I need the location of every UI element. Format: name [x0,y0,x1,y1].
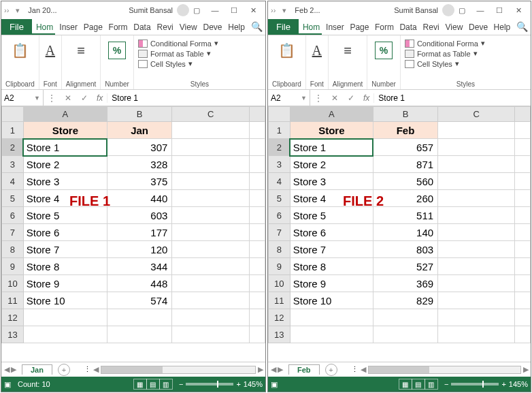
row-header[interactable]: 12 [269,309,290,326]
group-alignment[interactable]: ≡Alignment [329,35,367,89]
col-header-b[interactable]: B [107,107,172,122]
scroll-right-icon[interactable]: ▶ [256,365,265,374]
sheet-nav-prev-icon[interactable]: ◀ [271,365,276,374]
view-pagebreak-icon[interactable]: ▥ [159,379,173,390]
zoom-level[interactable]: 145% [509,380,528,388]
scroll-right-icon[interactable]: ▶ [521,365,531,374]
worksheet[interactable]: A B C 1StoreJan 2Store 1307 3Store 2328 … [1,106,265,362]
group-clipboard[interactable]: 📋Clipboard [268,35,306,89]
formula-input[interactable]: Store 1 [373,93,531,103]
group-clipboard[interactable]: 📋 Clipboard [1,35,39,89]
row-header[interactable]: 13 [2,326,24,343]
ribbon-display-icon[interactable]: ▢ [459,6,465,15]
tell-me-icon[interactable]: 🔍 [247,18,265,35]
tab-view[interactable]: View [176,20,199,35]
row-header[interactable]: 5 [269,190,290,207]
scroll-left-icon[interactable]: ◀ [91,365,101,374]
qat-more-icon[interactable]: ›› [271,6,276,14]
tab-formulas[interactable]: Form [105,20,130,35]
alignment-icon[interactable]: ≡ [77,38,85,63]
cell-styles[interactable]: Cell Styles▾ [405,59,459,69]
row-header[interactable]: 5 [2,190,24,207]
row-header[interactable]: 4 [269,173,290,190]
tab-page[interactable]: Page [80,20,105,35]
col-header-c[interactable]: C [438,107,515,122]
select-all[interactable] [269,107,290,122]
tab-insert[interactable]: Inser [322,20,346,35]
maximize-button[interactable]: ☐ [490,3,509,17]
format-as-table[interactable]: Format as Table▾ [138,48,211,59]
tab-help[interactable]: Help [224,20,247,35]
row-header[interactable]: 7 [269,224,290,241]
tab-developer[interactable]: Deve [199,20,225,35]
row-header[interactable]: 6 [2,207,24,224]
row-header[interactable]: 8 [269,241,290,258]
row-header[interactable]: 4 [2,173,24,190]
row-header[interactable]: 11 [269,292,290,309]
record-macro-icon[interactable]: ▣ [4,380,11,389]
sheet-tab[interactable]: Feb [288,364,320,375]
group-alignment[interactable]: ≡ Alignment [62,35,101,89]
zoom-out-icon[interactable]: − [444,380,448,388]
tab-formulas[interactable]: Form [371,20,395,35]
sheet-tab[interactable]: Jan [22,364,52,375]
fx-icon[interactable]: fx [359,93,373,103]
tab-file[interactable]: File [268,19,299,35]
tab-home[interactable]: Hom [32,20,55,35]
col-header-d[interactable] [515,107,531,122]
close-button[interactable]: ✕ [509,3,528,17]
minimize-button[interactable]: — [471,3,490,17]
enter-icon[interactable]: ✓ [76,93,93,103]
scroll-thumb[interactable] [101,366,163,373]
view-pagebreak-icon[interactable]: ▥ [425,379,438,390]
tab-insert[interactable]: Inser [55,20,80,35]
view-normal-icon[interactable]: ▦ [133,379,147,390]
conditional-formatting[interactable]: Conditional Forma▾ [405,38,485,48]
new-sheet-button[interactable]: + [325,364,337,376]
group-font[interactable]: A Font [39,35,62,89]
row-header[interactable]: 12 [2,309,24,326]
cell-styles[interactable]: Cell Styles▾ [138,59,193,69]
col-header-a[interactable]: A [23,107,107,122]
cancel-icon[interactable]: ✕ [327,93,343,103]
group-number[interactable]: % Number [101,35,134,89]
number-icon[interactable]: % [108,42,126,59]
tab-home[interactable]: Hom [299,20,322,35]
col-header-b[interactable]: B [373,107,437,122]
tab-developer[interactable]: Deve [465,20,489,35]
col-header-d[interactable] [250,107,265,122]
view-pagelayout-icon[interactable]: ▤ [146,379,160,390]
zoom-control[interactable]: − + 145% [444,380,528,388]
sheet-nav-next-icon[interactable]: ▶ [11,365,16,374]
qat-caret-icon[interactable]: ▾ [16,6,20,15]
row-header[interactable]: 8 [2,241,24,258]
worksheet[interactable]: A B C 1StoreFeb 2Store 1657 3Store 2871 … [268,106,531,362]
zoom-slider[interactable] [451,383,499,386]
zoom-level[interactable]: 145% [244,380,263,388]
col-header-a[interactable]: A [290,107,373,122]
tab-view[interactable]: View [442,20,465,35]
cancel-icon[interactable]: ✕ [60,93,76,103]
enter-icon[interactable]: ✓ [343,93,359,103]
formula-input[interactable]: Store 1 [107,93,265,103]
font-icon[interactable]: A [46,38,55,63]
user-name[interactable]: Sumit Bansal [394,6,438,14]
close-button[interactable]: ✕ [244,3,263,17]
ribbon-display-icon[interactable]: ▢ [193,6,200,15]
view-normal-icon[interactable]: ▦ [399,379,412,390]
tab-review[interactable]: Revi [419,20,442,35]
row-header[interactable]: 2 [269,139,290,156]
tab-review[interactable]: Revi [153,20,176,35]
user-avatar-icon[interactable] [177,4,189,16]
paste-icon[interactable]: 📋 [12,38,29,63]
conditional-formatting[interactable]: Conditional Forma▾ [138,38,218,48]
zoom-control[interactable]: − + 145% [179,380,263,388]
zoom-out-icon[interactable]: − [179,380,183,388]
tell-me-icon[interactable]: 🔍 [512,18,531,35]
zoom-in-icon[interactable]: + [236,380,240,388]
select-all[interactable] [2,107,24,122]
user-avatar-icon[interactable] [442,4,454,16]
scroll-thumb[interactable] [369,366,429,373]
zoom-slider[interactable] [186,383,233,386]
group-font[interactable]: AFont [306,35,329,89]
